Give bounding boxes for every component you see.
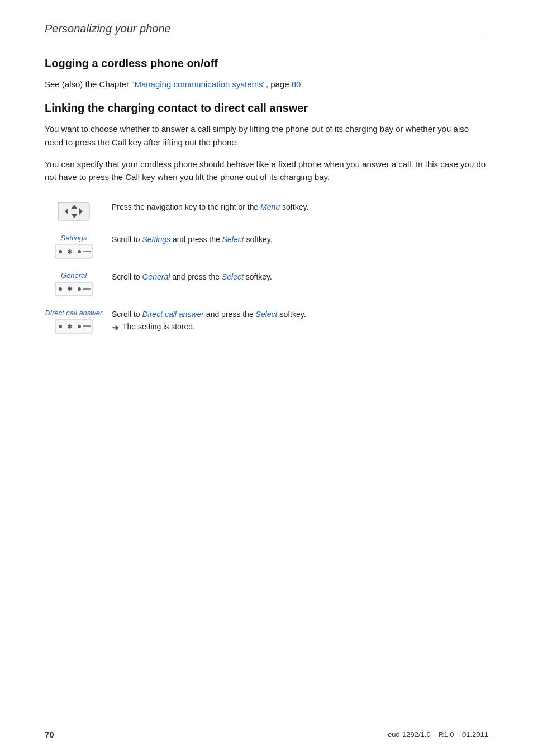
page-ref: 80 (292, 79, 301, 89)
arrow-icon: ➔ (112, 321, 119, 334)
svg-rect-9 (83, 251, 91, 252)
section2-title: Linking the charging contact to direct c… (45, 102, 488, 115)
step4-result: ➔ The setting is stored. (112, 321, 482, 334)
phone-menu-icon-settings: ✱ (55, 244, 93, 259)
step2-settings-link: Settings (142, 235, 170, 244)
step2-text: Scroll to Settings and press the Select … (112, 229, 488, 267)
svg-text:✱: ✱ (67, 285, 73, 293)
svg-rect-14 (83, 288, 91, 290)
header-rule (45, 40, 488, 40)
section1-intro: See (also) the Chapter "Managing communi… (45, 78, 488, 91)
svg-point-6 (59, 250, 62, 253)
svg-rect-19 (83, 325, 91, 327)
step3-icon-cell: General ✱ (45, 267, 112, 304)
step3-text: Scroll to General and press the Select s… (112, 267, 488, 304)
step3-icon-label: General (61, 271, 87, 280)
svg-point-16 (59, 325, 62, 328)
footer-page-number: 70 (45, 730, 54, 739)
step4-select-link: Select (256, 310, 278, 319)
step4-text: Scroll to Direct call answer and press t… (112, 304, 488, 342)
step4-icon-label: Direct call answer (45, 309, 103, 317)
step-row-4: Direct call answer ✱ Scroll to Direct ca… (45, 304, 488, 342)
footer-doc-ref: eud-1292/1.0 – R1.0 – 01.2011 (388, 730, 488, 739)
phone-menu-icon-direct-call: ✱ (55, 319, 93, 334)
step2-icon-cell: Settings ✱ (45, 229, 112, 267)
section1-title: Logging a cordless phone on/off (45, 57, 488, 70)
page-header-title: Personalizing your phone (45, 22, 488, 35)
phone-menu-icon-general: ✱ (55, 282, 93, 296)
step4-icon-container: Direct call answer ✱ (45, 309, 103, 334)
step2-select-link: Select (222, 235, 244, 244)
step1-menu-link: Menu (260, 202, 280, 211)
managing-comms-link[interactable]: "Managing communication systems" (131, 79, 266, 89)
step3-icon-container: General ✱ (45, 271, 103, 296)
step3-general-link: General (142, 272, 170, 281)
svg-text:✱: ✱ (67, 248, 73, 256)
steps-table: Press the navigation key to the right or… (45, 197, 488, 342)
step-row-2: Settings ✱ (45, 229, 488, 267)
nav-key-icon (57, 201, 91, 221)
step1-icon-cell (45, 197, 112, 229)
step3-select-link: Select (222, 272, 244, 281)
step1-text: Press the navigation key to the right or… (112, 197, 488, 229)
step-row-1: Press the navigation key to the right or… (45, 197, 488, 229)
svg-point-18 (78, 325, 81, 328)
svg-text:✱: ✱ (67, 323, 73, 330)
step4-direct-link: Direct call answer (142, 310, 203, 319)
step4-icon-cell: Direct call answer ✱ (45, 304, 112, 342)
step-row-3: General ✱ Scroll to General and press th… (45, 267, 488, 304)
section2-para1: You want to choose whether to answer a c… (45, 122, 488, 149)
svg-point-11 (59, 287, 62, 291)
svg-point-13 (78, 287, 81, 291)
step1-icon-container (45, 201, 103, 221)
section2-para2: You can specify that your cordless phone… (45, 158, 488, 184)
footer: 70 eud-1292/1.0 – R1.0 – 01.2011 (45, 730, 488, 739)
step2-icon-label: Settings (61, 234, 87, 242)
svg-point-8 (78, 250, 81, 253)
svg-rect-0 (58, 202, 89, 220)
step2-icon-container: Settings ✱ (45, 234, 103, 259)
